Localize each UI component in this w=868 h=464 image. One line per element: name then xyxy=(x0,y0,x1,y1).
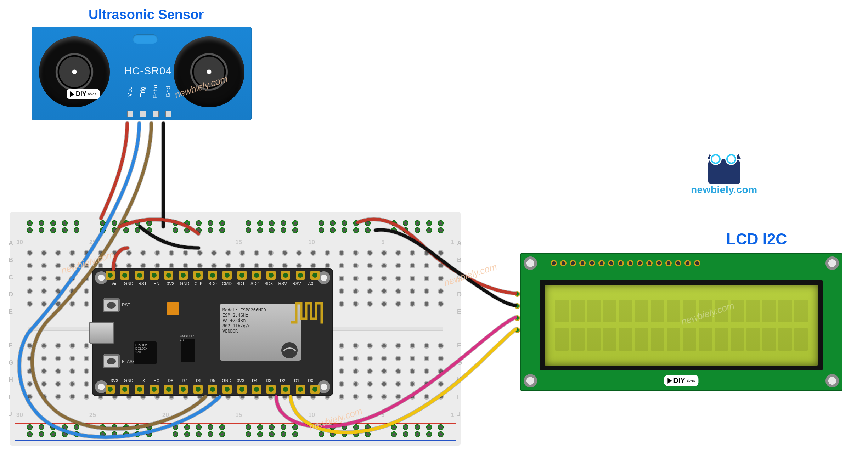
pin-label: D3 xyxy=(264,378,273,383)
watermark-text: newbiely.com xyxy=(691,184,757,195)
mcu-pin xyxy=(281,385,290,394)
pin-label: D7 xyxy=(180,378,189,383)
mcu-pin xyxy=(252,271,261,280)
lcd-frame xyxy=(540,280,823,370)
owl-icon xyxy=(705,152,744,184)
lcd-glass xyxy=(545,285,818,366)
diy-sub: ables xyxy=(687,379,695,383)
column-numbers-bot: 302520151051 xyxy=(10,412,461,419)
flash-button[interactable] xyxy=(103,354,120,368)
pin-label: GND xyxy=(124,281,133,286)
mcu-pin xyxy=(208,271,217,280)
play-icon xyxy=(70,91,74,97)
esp8266-shield: Model: ESP8266MOD ISM 2.4GHz PA +25dBm 8… xyxy=(220,304,301,361)
mcu-pin xyxy=(150,385,159,394)
mcu-pin xyxy=(237,271,247,280)
diy-badge: DIY ables xyxy=(67,89,100,99)
mcu-pin xyxy=(106,271,115,280)
mcu-pin xyxy=(310,385,320,394)
pin-vcc: Vcc xyxy=(126,87,134,97)
mcu-pin xyxy=(252,385,261,394)
mcu-pin xyxy=(120,385,129,394)
pin-trig: Trig xyxy=(139,87,146,97)
pin-label: Vin xyxy=(110,281,119,286)
micro-usb-port xyxy=(89,322,114,344)
mcu-pin xyxy=(296,271,305,280)
mcu-pin xyxy=(266,271,276,280)
mcu-pin xyxy=(281,271,290,280)
lcd-title: LCD I2C xyxy=(726,230,787,248)
diy-sub: ables xyxy=(88,92,96,96)
mcu-pin xyxy=(296,385,305,394)
capacitor xyxy=(167,302,179,315)
pin-label: 3V3 xyxy=(236,378,245,383)
pin-gnd: Gnd xyxy=(165,86,172,97)
rst-label: RST xyxy=(122,302,130,307)
pin-label: D4 xyxy=(250,378,259,383)
pin-label: SD2 xyxy=(250,281,259,286)
pin-label: CLK xyxy=(194,281,203,286)
pin-label: D1 xyxy=(292,378,301,383)
pin-label: D2 xyxy=(278,378,287,383)
reset-button[interactable] xyxy=(103,298,120,312)
mcu-pin xyxy=(179,385,188,394)
rail-gnd-top xyxy=(15,234,456,234)
rail-gnd-bot xyxy=(15,440,456,441)
pin-label: SD3 xyxy=(264,281,273,286)
pin-echo: Echo xyxy=(152,85,159,99)
reg-label: AMS1117 3.3 xyxy=(180,334,194,341)
sensor-crystal xyxy=(133,34,158,44)
mcu-pin xyxy=(150,271,159,280)
ultrasonic-sensor: DIY ables HC-SR04 Vcc Trig Echo Gnd xyxy=(32,27,252,120)
mcu-pin xyxy=(222,271,232,280)
pin-label: CMD xyxy=(222,281,231,286)
ultrasonic-model: HC-SR04 xyxy=(124,65,172,77)
pin-label: SD1 xyxy=(236,281,245,286)
pin-label: RST xyxy=(138,281,147,286)
flash-label: FLASH xyxy=(122,359,136,364)
mcu-pin xyxy=(135,271,144,280)
pin-label: GND xyxy=(180,281,189,286)
watermark-logo: newbiely.com xyxy=(691,152,757,196)
pcb-antenna xyxy=(290,300,324,324)
mcu-pin xyxy=(266,385,276,394)
pin-label: D0 xyxy=(306,378,315,383)
voltage-regulator xyxy=(181,339,195,362)
ultrasonic-tx: DIY ables xyxy=(39,36,110,107)
mcu-pin xyxy=(164,271,173,280)
mcu-pin xyxy=(193,271,203,280)
pin-label: RSV xyxy=(278,281,287,286)
pin-label: GND xyxy=(222,378,231,383)
shield-text: Model: ESP8266MOD ISM 2.4GHz PA +25dBm 8… xyxy=(222,307,266,334)
rail-5v-bot xyxy=(15,423,456,424)
pin-label: 3V3 xyxy=(166,281,175,286)
diy-brand: DIY xyxy=(673,377,685,385)
pin-label: A0 xyxy=(306,281,315,286)
mcu-pin xyxy=(179,271,188,280)
mcu-pin xyxy=(120,271,129,280)
mcu-pin xyxy=(222,385,232,394)
pin-label: TX xyxy=(138,378,147,383)
ultrasonic-pins: Vcc Trig Echo Gnd xyxy=(125,95,174,117)
mcu-pin xyxy=(237,385,247,394)
mcu-pin xyxy=(164,385,173,394)
cp2102-label: CP2102 DCL00X 1708+ xyxy=(135,344,147,354)
row-letters-left: ABCDE FGHIJ xyxy=(9,212,13,446)
pin-label: SD0 xyxy=(208,281,217,286)
lcd-header-pins xyxy=(551,260,700,266)
play-icon xyxy=(667,378,672,384)
row-letters-right: ABCDE FGHIJ xyxy=(457,212,462,446)
pin-label: RSV xyxy=(292,281,301,286)
diy-badge: DIY ables xyxy=(664,375,698,386)
lcd-i2c-pads xyxy=(514,291,520,333)
mcu-pin xyxy=(135,385,144,394)
nodemcu-board: VinGNDRSTEN3V3GNDCLKSD0CMDSD1SD2SD3RSVRS… xyxy=(92,268,333,396)
diy-brand: DIY xyxy=(76,90,86,98)
mcu-pin xyxy=(193,385,203,394)
pin-label: GND xyxy=(124,378,133,383)
mcu-pin xyxy=(310,271,320,280)
pin-label: EN xyxy=(152,281,161,286)
wifi-icon xyxy=(281,342,298,358)
ultrasonic-title: Ultrasonic Sensor xyxy=(89,7,204,22)
mcu-pin xyxy=(208,385,217,394)
